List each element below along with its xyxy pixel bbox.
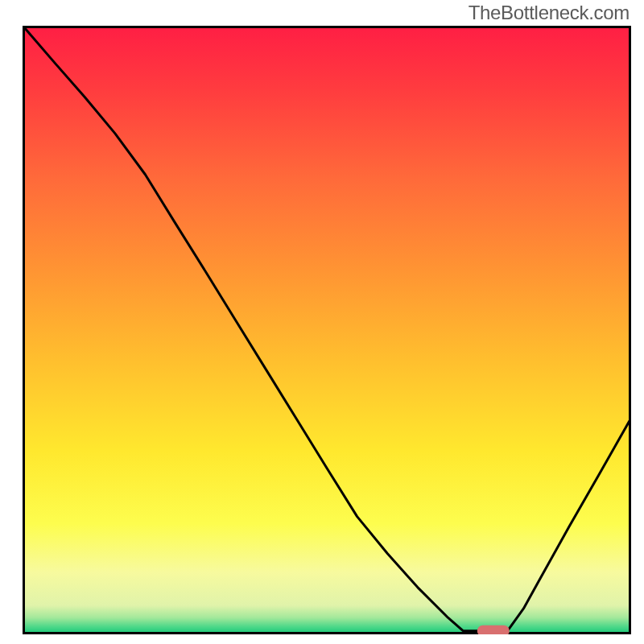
chart-background [24,27,630,633]
chart-plot-area [23,26,631,634]
watermark-text: TheBottleneck.com [469,2,630,24]
optimal-point-marker [477,625,510,634]
chart-svg [23,26,631,634]
